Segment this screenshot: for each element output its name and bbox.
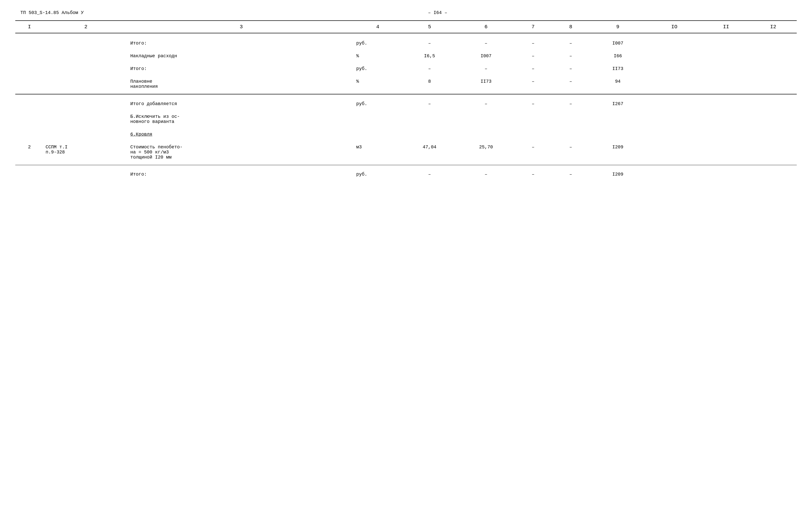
table-row: Итого добавляетсяруб.––––I267 xyxy=(15,99,797,109)
cell-col2 xyxy=(44,111,128,127)
cell-col1 xyxy=(15,38,44,48)
cell-col11 xyxy=(702,64,750,74)
cell-col8: – xyxy=(552,76,590,92)
table-row xyxy=(15,94,797,95)
cell-col7: – xyxy=(514,142,552,162)
cell-col9: I209 xyxy=(590,142,646,162)
cell-col8: – xyxy=(552,99,590,109)
cell-col8: – xyxy=(552,38,590,48)
cell-col9: I66 xyxy=(590,51,646,61)
cell-col4: руб. xyxy=(354,169,401,179)
cell-col12 xyxy=(750,142,797,162)
cell-col7: – xyxy=(514,64,552,74)
cell-col2 xyxy=(44,64,128,74)
col-header-3: 3 xyxy=(128,20,354,33)
cell-col4: % xyxy=(354,76,401,92)
cell-col12 xyxy=(750,99,797,109)
cell-col3: Плановненакопления xyxy=(128,76,354,92)
cell-col3: Итого: xyxy=(128,64,354,74)
cell-col1: 2 xyxy=(15,142,44,162)
column-header-row: I 2 3 4 5 6 7 8 9 IO II I2 xyxy=(15,20,797,33)
cell-col6: I007 xyxy=(458,51,514,61)
col-header-11: II xyxy=(702,20,750,33)
cell-col5: 8 xyxy=(401,76,458,92)
cell-col2 xyxy=(44,38,128,48)
cell-col7 xyxy=(514,129,552,139)
cell-col9 xyxy=(590,129,646,139)
cell-col8: – xyxy=(552,51,590,61)
cell-col5: – xyxy=(401,64,458,74)
cell-col1 xyxy=(15,51,44,61)
cell-col6: – xyxy=(458,99,514,109)
cell-col8 xyxy=(552,129,590,139)
col-header-6: 6 xyxy=(458,20,514,33)
cell-col2: ССПМ т.Iп.9-328 xyxy=(44,142,128,162)
cell-col12 xyxy=(750,51,797,61)
table-row: Итого:руб.––––II73 xyxy=(15,64,797,74)
cell-col6: II73 xyxy=(458,76,514,92)
cell-col5: 47,04 xyxy=(401,142,458,162)
table-row: Итого:руб.––––I007 xyxy=(15,38,797,48)
table-row: Накладные расходн%I6,5I007––I66 xyxy=(15,51,797,61)
cell-col4: % xyxy=(354,51,401,61)
cell-col4 xyxy=(354,129,401,139)
cell-col2 xyxy=(44,129,128,139)
cell-col10 xyxy=(646,51,702,61)
cell-col11 xyxy=(702,99,750,109)
table-row: Плановненакопления%8II73––94 xyxy=(15,76,797,92)
cell-col11 xyxy=(702,142,750,162)
cell-col12 xyxy=(750,76,797,92)
cell-col1 xyxy=(15,76,44,92)
cell-col2 xyxy=(44,51,128,61)
cell-col8: – xyxy=(552,169,590,179)
cell-col4: руб. xyxy=(354,64,401,74)
cell-col3: Итого: xyxy=(128,38,354,48)
cell-col1 xyxy=(15,129,44,139)
cell-col8 xyxy=(552,111,590,127)
cell-col5 xyxy=(401,129,458,139)
table-row: 2ССПМ т.Iп.9-328Стоимость пенобето-на = … xyxy=(15,142,797,162)
col-header-9: 9 xyxy=(590,20,646,33)
cell-col8: – xyxy=(552,64,590,74)
cell-col8: – xyxy=(552,142,590,162)
cell-col10 xyxy=(646,129,702,139)
cell-col7: – xyxy=(514,99,552,109)
cell-col3: Стоимость пенобето-на = 500 кг/м3толщино… xyxy=(128,142,354,162)
cell-col9: 94 xyxy=(590,76,646,92)
col-header-8: 8 xyxy=(552,20,590,33)
cell-col12 xyxy=(750,111,797,127)
cell-col6 xyxy=(458,111,514,127)
page-header: ТП 503_S-14.85 Альбом У – I64 – xyxy=(15,10,797,15)
col-header-2: 2 xyxy=(44,20,128,33)
cell-col3: Б.Исключить из ос- новного варианта xyxy=(128,111,354,127)
cell-col10 xyxy=(646,76,702,92)
cell-col2 xyxy=(44,76,128,92)
cell-col6: 25,70 xyxy=(458,142,514,162)
cell-col12 xyxy=(750,64,797,74)
cell-col9: I209 xyxy=(590,169,646,179)
cell-col9: I267 xyxy=(590,99,646,109)
cell-col10 xyxy=(646,142,702,162)
cell-col7 xyxy=(514,111,552,127)
cell-col4: руб. xyxy=(354,38,401,48)
col-header-12: I2 xyxy=(750,20,797,33)
cell-col12 xyxy=(750,169,797,179)
col-header-4: 4 xyxy=(354,20,401,33)
table-row: Итого:руб.––––I209 xyxy=(15,169,797,179)
cell-col5: – xyxy=(401,38,458,48)
cell-col9 xyxy=(590,111,646,127)
cell-col11 xyxy=(702,111,750,127)
cell-col6 xyxy=(458,129,514,139)
cell-col6: – xyxy=(458,169,514,179)
cell-col3: 6.Кровля xyxy=(128,129,354,139)
table-row: 6.Кровля xyxy=(15,129,797,139)
cell-col10 xyxy=(646,38,702,48)
cell-col11 xyxy=(702,129,750,139)
cell-col10 xyxy=(646,169,702,179)
cell-col6: – xyxy=(458,64,514,74)
col-header-5: 5 xyxy=(401,20,458,33)
cell-col3: Итого: xyxy=(128,169,354,179)
cell-col7: – xyxy=(514,169,552,179)
cell-col10 xyxy=(646,64,702,74)
cell-col11 xyxy=(702,169,750,179)
